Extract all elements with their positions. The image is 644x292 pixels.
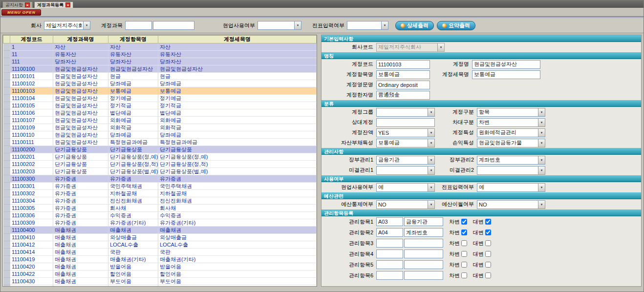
row-selector[interactable] — [3, 183, 10, 190]
row-selector[interactable] — [3, 58, 10, 65]
row-selector[interactable] — [3, 95, 10, 102]
table-row[interactable]: 11100107현금및현금성자산외화예금외화예금 — [3, 117, 317, 124]
row-selector[interactable] — [3, 146, 10, 153]
table-row[interactable]: 1자산자산자산 — [3, 43, 317, 51]
mgmt-item-code-input[interactable] — [376, 228, 403, 237]
row-selector[interactable] — [3, 139, 10, 146]
row-selector[interactable] — [3, 51, 10, 58]
table-row[interactable]: 11100412매출채권LOCAL수출LOCAL수출 — [3, 241, 317, 249]
row-selector[interactable] — [3, 117, 10, 124]
pending-mgmt1-select[interactable]: ▼ — [376, 166, 435, 175]
table-row[interactable]: 11100304유가증권전신전화채권전신전화채권 — [3, 197, 317, 205]
row-selector[interactable] — [3, 153, 10, 161]
budget-carryover-select[interactable]: NO ▼ — [477, 200, 545, 209]
row-selector[interactable] — [3, 278, 10, 285]
table-row[interactable]: 11100202단기금융상품단기금융상품(정,적)단기금융상품(정,적) — [3, 161, 317, 168]
row-selector[interactable] — [3, 43, 10, 51]
table-row[interactable]: 11100203단기금융상품단기금융상품(별,예)단기금융상품(별,예) — [3, 168, 317, 175]
debit-checkbox[interactable] — [461, 262, 467, 268]
table-row[interactable]: 11100420매출채권받을어음받을어음 — [3, 263, 317, 271]
mgmt-item-code-input[interactable] — [376, 271, 403, 280]
debit-checkbox[interactable] — [461, 229, 467, 235]
row-selector[interactable] — [3, 80, 10, 87]
slip-entry-filter-select[interactable]: ▼ — [347, 21, 388, 30]
table-row[interactable]: 11유동자산유동자산유동자산 — [3, 51, 317, 58]
detail-print-button[interactable]: 상세출력 — [395, 21, 434, 30]
row-selector[interactable] — [3, 161, 10, 168]
debit-checkbox[interactable] — [461, 240, 467, 246]
budget-control-select[interactable]: NO ▼ — [376, 200, 435, 209]
row-selector[interactable] — [3, 124, 10, 131]
table-row[interactable]: 11100103현금및현금성자산보통예금보통예금 — [3, 87, 317, 95]
table-row[interactable]: 11100105현금및현금성자산정기적금정기적금 — [3, 102, 317, 109]
pending-mgmt2-select[interactable]: ▼ — [477, 166, 545, 175]
table-row[interactable]: 11100400매출채권매출채권매출채권 — [3, 227, 317, 234]
row-selector[interactable] — [3, 65, 10, 73]
account-english-name-input[interactable] — [376, 81, 430, 89]
account-name-search-input[interactable] — [153, 21, 194, 30]
account-group-select[interactable]: ▼ — [376, 108, 435, 117]
summary-print-button[interactable]: 요약출력 — [437, 21, 475, 30]
table-row[interactable]: 11100309유가증권유가증권(기타)유가증권(기타) — [3, 219, 317, 227]
credit-checkbox[interactable] — [485, 229, 491, 235]
field-use-select[interactable]: 예 ▼ — [376, 183, 435, 192]
book-mgmt1-select[interactable]: 금융기관 ▼ — [376, 156, 435, 165]
mgmt-item-name-input[interactable] — [404, 271, 443, 280]
row-selector[interactable] — [3, 271, 10, 278]
table-row[interactable]: 11100300유가증권유가증권유가증권 — [3, 175, 317, 183]
row-selector[interactable] — [3, 87, 10, 95]
row-selector[interactable] — [3, 263, 10, 271]
row-selector[interactable] — [3, 249, 10, 256]
credit-checkbox[interactable] — [485, 272, 491, 278]
row-selector[interactable] — [3, 256, 10, 263]
close-icon[interactable]: × — [25, 2, 30, 7]
credit-checkbox[interactable] — [485, 251, 491, 257]
account-code-input[interactable] — [376, 60, 430, 69]
book-mgmt2-select[interactable]: 계좌번호 ▼ — [477, 156, 545, 165]
slip-entry-select[interactable]: 예 ▼ — [477, 183, 545, 192]
credit-checkbox[interactable] — [485, 262, 491, 268]
account-division-select[interactable]: 항목 ▼ — [477, 108, 545, 117]
row-selector[interactable] — [3, 168, 10, 175]
account-hanja-name-input[interactable] — [376, 91, 430, 100]
table-row[interactable]: 11100410매출채권외상매출금외상매출금 — [3, 234, 317, 241]
account-characteristic-select[interactable]: 원화예적금관리 ▼ — [477, 128, 545, 137]
field-use-filter-select[interactable]: ▼ — [258, 21, 301, 30]
row-selector[interactable] — [3, 109, 10, 117]
table-row[interactable]: 11100102현금및현금성자산당좌예금당좌예금 — [3, 80, 317, 87]
account-name-input[interactable] — [472, 60, 540, 69]
counter-account-input[interactable] — [376, 118, 435, 127]
row-selector[interactable] — [3, 227, 10, 234]
tab-account-registration[interactable]: 계정과목등록 × — [34, 1, 73, 8]
debit-checkbox[interactable] — [461, 219, 467, 225]
table-row[interactable]: 11100305유가증권회사채회사채 — [3, 205, 317, 212]
table-row[interactable]: 11100201단기금융상품단기금융상품(정,예)단기금융상품(정,예) — [3, 153, 317, 161]
mgmt-item-code-input[interactable] — [376, 217, 403, 226]
mgmt-item-name-input[interactable] — [404, 217, 443, 226]
row-selector[interactable] — [3, 190, 10, 197]
table-row[interactable]: 11100430매출채권부도어음부도어음 — [3, 278, 317, 285]
table-row[interactable]: 11100100현금및현금성자산현금및현금성자산현금및현금성자산 — [3, 65, 317, 73]
row-selector[interactable] — [3, 197, 10, 205]
menu-open-button[interactable]: MENU OPEN — [1, 9, 41, 16]
tab-notice[interactable]: 공지사항 × — [2, 1, 33, 8]
mgmt-item-code-input[interactable] — [376, 239, 403, 248]
table-row[interactable]: 11100101현금및현금성자산현금현금 — [3, 73, 317, 80]
debit-credit-select[interactable]: 차변 ▼ — [477, 118, 545, 127]
profit-loss-select[interactable]: 현금및현금등가물 ▼ — [477, 139, 545, 147]
account-balance-select[interactable]: YES ▼ — [376, 128, 435, 137]
table-row[interactable]: 11100302유가증권지하철공채지하철공채 — [3, 190, 317, 197]
account-item-name-input[interactable] — [376, 70, 430, 79]
mgmt-item-code-input[interactable] — [376, 260, 403, 269]
account-code-search-input[interactable] — [125, 21, 152, 30]
close-icon[interactable]: × — [65, 2, 70, 7]
asset-liability-select[interactable]: 보통예금 ▼ — [376, 139, 435, 147]
row-selector[interactable] — [3, 219, 10, 227]
row-selector[interactable] — [3, 241, 10, 249]
table-row[interactable]: 11100106현금및현금성자산별단예금별단예금 — [3, 109, 317, 117]
row-selector[interactable] — [3, 73, 10, 80]
row-selector[interactable] — [3, 212, 10, 219]
debit-checkbox[interactable] — [461, 251, 467, 257]
table-row[interactable]: 11100109현금및현금성자산외화적금외화적금 — [3, 124, 317, 131]
table-row[interactable]: 111당좌자산당좌자산당좌자산 — [3, 58, 317, 65]
